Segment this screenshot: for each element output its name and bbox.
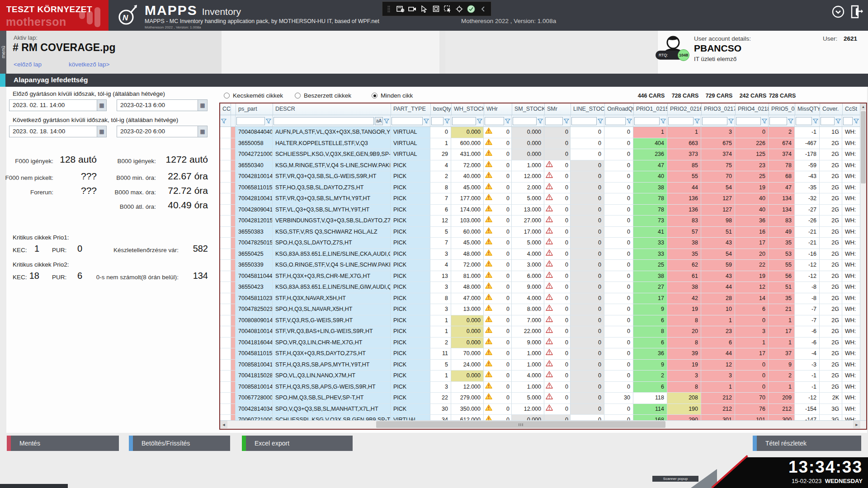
radio-icon[interactable] <box>295 93 301 99</box>
funnel-icon[interactable] <box>444 118 450 124</box>
period2-from-input[interactable]: 2023. 02. 18. 14:00 <box>9 126 97 137</box>
filter-input-type[interactable] <box>392 117 423 125</box>
col-header-type[interactable]: PART_TYPE <box>391 103 431 115</box>
radio-icon[interactable] <box>224 93 230 99</box>
table-row[interactable]: 700428140340SPO,V,Q3+Q3,SB,SL,MANHATT,X7… <box>220 404 866 415</box>
col-header-prio5[interactable]: PRIO5_0220 <box>769 103 795 115</box>
minimize-circle-icon[interactable] <box>832 5 844 20</box>
load-refresh-button[interactable]: Betöltés/Frissítés <box>129 436 230 451</box>
region-cursor-icon[interactable] <box>443 5 452 14</box>
horizontal-scroll-thumb[interactable] <box>376 421 665 428</box>
grip-icon[interactable] <box>384 5 393 14</box>
table-row[interactable]: 700458110230STF,H,Q3X,NAVAR,X5H,HTPICK84… <box>220 293 866 305</box>
table-row[interactable]: 700428100410STF,VR,Q3+Q3,SB,SL,MYTH,Y9T,… <box>220 193 866 205</box>
col-header-prio1[interactable]: PRIO1_0215 <box>634 103 668 115</box>
funnel-icon[interactable] <box>728 118 734 124</box>
col-header-whr[interactable]: WHr <box>484 103 512 115</box>
col-header-prio4[interactable]: PRIO4_0218 <box>736 103 769 115</box>
window-capture-icon[interactable] <box>396 5 405 14</box>
filter-input-part[interactable] <box>236 117 265 125</box>
table-row[interactable]: 700408440400AUFN,PLA,STF,VL,Q3X+Q3X,SB,T… <box>220 127 866 138</box>
funnel-icon[interactable] <box>660 118 666 124</box>
settings-icon[interactable] <box>455 5 464 14</box>
table-row[interactable]: 700478250230SPO,H,Q3,SL,NAVAR,X5H,HTPICK… <box>220 304 866 315</box>
col-header-ccs[interactable]: CcSt <box>843 103 861 115</box>
filter-input-box[interactable] <box>431 117 443 125</box>
col-header-sm[interactable]: SM_STOCK <box>512 103 545 115</box>
funnel-icon[interactable] <box>424 118 429 124</box>
menu-tab[interactable]: menü <box>0 31 6 74</box>
table-row[interactable]: 36550383KSG,STF,V,RS Q3,SCHWARZ HGL,ALZP… <box>220 227 866 238</box>
funnel-icon[interactable] <box>266 118 271 124</box>
funnel-icon[interactable] <box>384 118 389 124</box>
funnel-icon[interactable] <box>788 118 793 124</box>
filter-input-descr[interactable] <box>274 117 374 125</box>
vertical-scrollbar[interactable]: ▲ <box>860 103 866 421</box>
next-page-link[interactable]: következő lap> <box>69 61 109 68</box>
table-row[interactable]: 700427210000SCHLIESSPL,KSG,V,Q3X,SKE,GEN… <box>220 149 866 160</box>
table-row[interactable]: 700858100140STF,H,Q3,RS,SB,APS,G-WEIS,S9… <box>220 382 866 393</box>
col-header-line[interactable]: LINE_STOCK <box>571 103 605 115</box>
funnel-icon[interactable] <box>538 118 543 124</box>
exit-icon[interactable] <box>850 5 863 21</box>
calendar-icon[interactable]: ▦ <box>97 99 107 111</box>
camera-icon[interactable] <box>408 5 417 14</box>
radio-option[interactable]: Minden cikk <box>372 92 413 99</box>
funnel-icon[interactable] <box>762 118 767 124</box>
col-header-box[interactable]: boxQty <box>431 103 452 115</box>
prev-page-link[interactable]: <előző lap <box>14 61 42 68</box>
filter-input-prio1[interactable] <box>634 117 660 125</box>
filter-input-prio5[interactable] <box>769 117 787 125</box>
table-row[interactable]: 700478250150SPO,H,Q3,SL,DAYTO,Z7S,HTPICK… <box>220 238 866 249</box>
funnel-icon[interactable] <box>598 118 603 124</box>
region-icon[interactable] <box>431 5 440 14</box>
table-row[interactable]: 36550423KSG,83A.853.651.E,LINE/SLINE,GIW… <box>220 282 866 293</box>
filter-input-prio4[interactable] <box>736 117 761 125</box>
scroll-left-icon[interactable]: ◄ <box>220 421 227 428</box>
funnel-icon[interactable] <box>835 118 841 124</box>
table-row[interactable]: 700808090140STF,V,Q3,RS,G-WEIS,S9R,HTPIC… <box>220 315 866 327</box>
table-row[interactable]: 36550339KSG,O.RINGE,STF,V,Q4 S-LINE,SCHW… <box>220 260 866 271</box>
confirm-check-icon[interactable] <box>467 5 476 14</box>
col-header-cover[interactable]: Cover. <box>820 103 843 115</box>
filter-input-smr[interactable] <box>545 117 563 125</box>
funnel-icon[interactable] <box>694 118 700 124</box>
horizontal-scrollbar[interactable]: ◄ ► <box>220 420 866 429</box>
collapse-chevron-icon[interactable] <box>478 5 487 14</box>
table-row[interactable]: 700428090410STF,VL,Q3+Q3,SB,SL,MYTH,Y9T,… <box>220 205 866 216</box>
vertical-scroll-thumb[interactable] <box>861 111 866 183</box>
table-row[interactable]: 700428100140STF,VR,Q3+Q3,SB,SL,G-WEIS,S9… <box>220 171 866 183</box>
cursor-icon[interactable] <box>420 5 429 14</box>
col-header-onroad[interactable]: OnRoadQty <box>605 103 634 115</box>
table-row[interactable]: 36550058HALTER,KOPPELSTELLE,STF,V,Q3VIRT… <box>220 138 866 150</box>
col-header-miss[interactable]: MissQTY <box>795 103 820 115</box>
funnel-icon[interactable] <box>505 118 510 124</box>
excel-export-button[interactable]: Excel export <box>242 436 353 451</box>
radio-icon[interactable] <box>372 93 377 99</box>
filter-input-prio3[interactable] <box>702 117 727 125</box>
filter-input-line[interactable] <box>571 117 597 125</box>
save-button[interactable]: Mentés <box>7 436 119 451</box>
table-row[interactable]: 36550425KSG,83A.853.651.E,LINE/SLINE,CKA… <box>220 249 866 260</box>
scroll-right-icon[interactable]: ► <box>853 421 860 428</box>
funnel-icon[interactable] <box>854 118 859 124</box>
table-row[interactable]: 700458110440STF,H,Q3X+Q3,RS,CHR-ME,X7G,H… <box>220 271 866 282</box>
funnel-icon[interactable] <box>813 118 818 124</box>
filter-input-sm[interactable] <box>513 117 537 125</box>
filter-input-whr[interactable] <box>485 117 504 125</box>
table-row[interactable]: 700658110150STF,HO,Q3,SB,SL,DAYTO,Z7S,HT… <box>220 183 866 194</box>
filter-input-onroad[interactable] <box>605 117 626 125</box>
col-header-wh[interactable]: WH_STOCK <box>452 103 484 115</box>
table-row[interactable]: 700677280000SPO,HM,Q3,SB,SL,PHEV,SP-T,HT… <box>220 393 866 404</box>
table-row[interactable]: 700418160440SPO,VR,Q3,LIN,CHR-ME,X7G,HTP… <box>220 338 866 349</box>
case-toggle-button[interactable]: aA <box>375 117 383 125</box>
table-row[interactable]: 700458110150STF,H,Q3X+Q3,RS,DAYTO,Z7S,HT… <box>220 348 866 360</box>
filter-input-prio2[interactable] <box>668 117 693 125</box>
scanner-popup-label[interactable]: Scanner popup <box>652 476 698 482</box>
funnel-icon[interactable] <box>477 118 482 124</box>
item-details-button[interactable]: Tétel részletek <box>753 436 861 451</box>
col-header-smr[interactable]: SMr <box>545 103 571 115</box>
filter-input-ccs[interactable] <box>843 117 853 125</box>
period1-to-input[interactable]: 2023-02-13 6:00 <box>117 99 198 111</box>
col-header-cc[interactable]: CC_ <box>220 103 231 115</box>
